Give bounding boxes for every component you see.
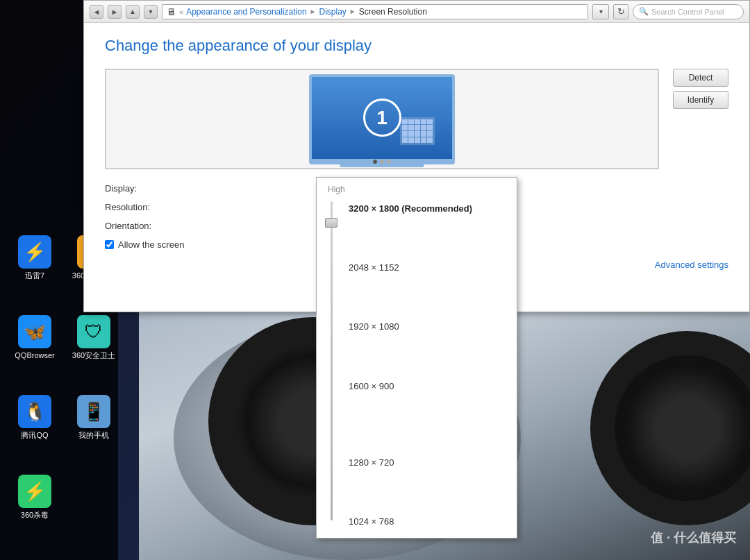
orientation-label: Orientation:: [105, 221, 188, 231]
path-appearance[interactable]: Appearance and Personalization: [186, 7, 306, 17]
spacer-3: [343, 338, 508, 376]
spacer-2: [343, 278, 508, 316]
monitor-grid-icon: [400, 117, 435, 145]
allow-screen-label: Allow the screen: [118, 239, 184, 250]
back-button[interactable]: ◄: [90, 5, 103, 19]
icon-label-myphone: 我的手机: [78, 431, 109, 440]
desktop-icon-360kill[interactable]: ⚡ 360杀毒: [7, 459, 62, 536]
resolution-item-1280[interactable]: 1280 × 720: [343, 452, 508, 473]
icon-label-360kill: 360杀毒: [21, 511, 49, 520]
recent-button[interactable]: ▼: [144, 5, 158, 19]
forward-button[interactable]: ►: [108, 5, 122, 19]
monitor-display: 1: [105, 69, 659, 169]
monitor-dot-3: [387, 160, 391, 164]
path-display[interactable]: Display: [319, 7, 347, 17]
icon-label-360guard: 360安全卫士: [72, 351, 115, 360]
monitor-buttons: Detect Identify: [673, 69, 728, 169]
desktop-icon-tencentqq[interactable]: 🐧 腾讯QQ: [7, 380, 62, 456]
address-dropdown-button[interactable]: ▾: [592, 4, 609, 19]
icon-label-qqbrowser: QQBrowser: [15, 351, 54, 360]
search-placeholder: Search Control Panel: [651, 8, 724, 16]
resolution-item-3200[interactable]: 3200 × 1800 (Recommended): [343, 198, 508, 219]
spacer-1: [343, 219, 508, 257]
resolution-dropdown: High 3200 × 1800 (Recommended) 2048 × 11…: [316, 177, 517, 538]
icon-label-thunderbolt7: 迅雷7: [25, 271, 44, 280]
path-current: Screen Resolution: [359, 7, 427, 17]
monitor-dots: [373, 160, 391, 164]
up-button[interactable]: ▲: [126, 5, 140, 19]
resolution-slider-container: 3200 × 1800 (Recommended) 2048 × 1152 19…: [317, 198, 517, 532]
monitor-dot-1: [373, 160, 377, 164]
desktop-icon-thunderbolt7[interactable]: ⚡ 迅雷7: [7, 220, 62, 296]
identify-button[interactable]: Identify: [673, 91, 728, 109]
slider-line: [331, 201, 333, 520]
page-title: Change the appearance of your display: [105, 37, 728, 55]
icon-label-tencentqq: 腾讯QQ: [21, 431, 48, 440]
monitor-area: 1 Detect Identify: [105, 69, 728, 169]
refresh-button[interactable]: ↻: [613, 4, 628, 19]
wheel-right: [590, 331, 750, 525]
slider-track: [325, 198, 338, 520]
detect-button[interactable]: Detect: [673, 69, 728, 87]
resolution-label: Resolution:: [105, 202, 188, 212]
watermark: 值 · 什么值得买: [651, 529, 736, 546]
display-label: Display:: [105, 183, 188, 194]
resolution-item-2048[interactable]: 2048 × 1152: [343, 257, 508, 278]
resolution-item-1920[interactable]: 1920 × 1080: [343, 316, 508, 337]
desktop-icon-myphone[interactable]: 📱 我的手机: [66, 380, 122, 456]
resolution-item-1024[interactable]: 1024 × 768: [343, 511, 508, 532]
resolution-item-1600[interactable]: 1600 × 900: [343, 376, 508, 397]
resolution-list: 3200 × 1800 (Recommended) 2048 × 1152 19…: [338, 198, 508, 532]
dropdown-header: High: [317, 183, 517, 198]
desktop-icon-qqbrowser[interactable]: 🦋 QQBrowser: [7, 300, 62, 376]
allow-screen-checkbox[interactable]: [105, 240, 114, 249]
advanced-settings-link[interactable]: Advanced settings: [655, 260, 728, 270]
slider-thumb[interactable]: [325, 218, 338, 228]
monitor-dot-2: [380, 160, 384, 164]
address-bar: ◄ ► ▲ ▼ 🖥 « Appearance and Personalizati…: [84, 1, 749, 23]
monitor-icon: 1: [309, 74, 455, 164]
monitor-number: 1: [363, 99, 401, 137]
spacer-4: [343, 397, 508, 452]
spacer-5: [343, 473, 508, 511]
address-path: 🖥 « Appearance and Personalization ► Dis…: [162, 4, 588, 19]
search-box[interactable]: 🔍 Search Control Panel: [633, 4, 744, 19]
